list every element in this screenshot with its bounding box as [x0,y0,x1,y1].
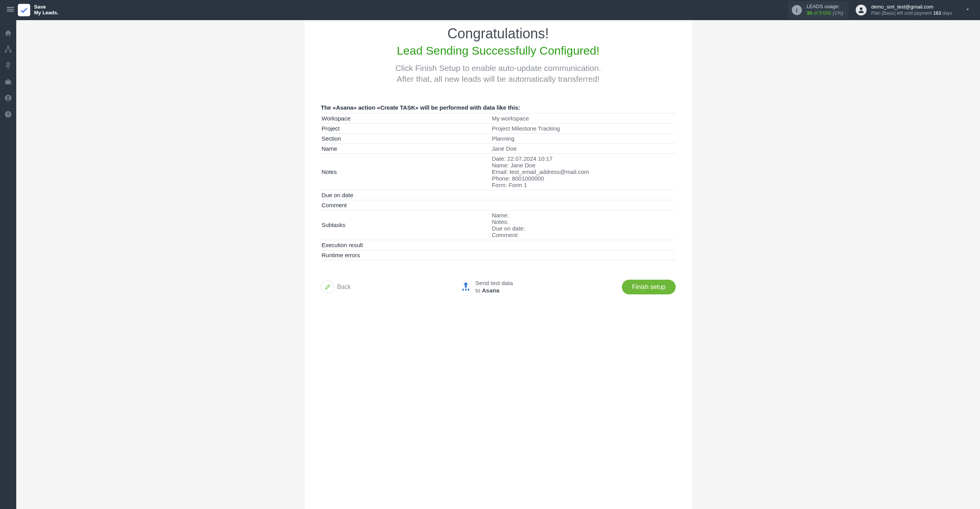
svg-rect-13 [465,289,467,291]
row-label: Workspace [321,113,491,123]
row-label: Name [321,143,491,153]
data-preview-table: WorkspaceMy workspaceProjectProject Mile… [321,113,676,260]
sidebar-briefcase[interactable] [0,77,16,86]
row-value [491,240,675,250]
back-label: Back [337,284,351,291]
leads-usage-text: LEADS usage: 30 of 5'000 (1%) [807,3,843,17]
back-button[interactable]: Back [321,280,351,294]
table-row: WorkspaceMy workspace [321,113,676,123]
table-row: NameJane Doe [321,143,676,153]
table-row: SubtasksName: Notes: Due on date: Commen… [321,210,676,240]
svg-point-9 [7,96,9,98]
sidebar-help[interactable]: ? [0,110,16,119]
svg-point-3 [860,7,863,10]
svg-rect-7 [5,81,11,84]
table-row: NotesDate: 22.07.2024 10:17 Name: Jane D… [321,153,676,190]
sidebar-billing[interactable] [0,61,16,70]
svg-rect-6 [9,51,11,52]
row-label: Comment [321,200,491,210]
congrats-heading: Congratulations! [321,26,676,42]
table-row: Comment [321,200,676,210]
logo-icon [18,4,30,16]
sidebar: ? [0,20,16,509]
finish-setup-button[interactable]: Finish setup [622,280,675,294]
row-label: Runtime errors [321,250,491,260]
row-value [491,190,675,200]
sidebar-account[interactable] [0,94,16,102]
action-description: The «Asana» action «Create TASK» will be… [321,104,676,111]
row-label: Section [321,133,491,143]
send-test-label: Send test data to Asana [475,280,513,294]
table-row: Runtime errors [321,250,676,260]
content: Congratulations! Lead Sending Successful… [16,20,980,509]
svg-rect-1 [7,9,14,9]
success-heading: Lead Sending Successfully Configured! [321,44,676,57]
sidebar-connections[interactable] [0,45,16,53]
svg-rect-5 [5,51,7,52]
row-label: Execution result [321,240,491,250]
user-info: demo_sml_test@gmail.com Plan |Basic| lef… [871,4,952,16]
row-label: Due on date [321,190,491,200]
svg-rect-0 [7,7,14,8]
svg-rect-12 [462,289,464,291]
table-row: Due on date [321,190,676,200]
logo-text: Save My Leads. [34,4,58,16]
send-test-button[interactable]: Send test data to Asana [460,280,513,294]
row-value: Jane Doe [491,143,675,153]
topbar: Save My Leads. i LEADS usage: 30 of 5'00… [0,0,980,20]
row-label: Project [321,123,491,133]
row-value: Date: 22.07.2024 10:17 Name: Jane Doe Em… [491,153,675,190]
svg-rect-14 [468,289,469,291]
content-card: Congratulations! Lead Sending Successful… [305,20,692,509]
row-label: Notes [321,153,491,190]
upload-icon [460,280,472,293]
row-label: Subtasks [321,210,491,240]
table-row: Execution result [321,240,676,250]
leads-usage-box[interactable]: i LEADS usage: 30 of 5'000 (1%) [788,1,849,19]
avatar-icon [856,5,867,15]
logo[interactable]: Save My Leads. [18,4,58,16]
row-value: Name: Notes: Due on date: Comment: [491,210,675,240]
row-value [491,200,675,210]
row-value: Planning [491,133,675,143]
table-row: SectionPlanning [321,133,676,143]
row-value [491,250,675,260]
sidebar-home[interactable] [0,29,16,37]
instruction-text: Click Finish Setup to enable auto-update… [321,63,676,85]
menu-toggle[interactable] [4,3,17,18]
info-icon: i [792,5,802,15]
row-value: My workspace [491,113,675,123]
table-row: ProjectProject Milestone Tracking [321,123,676,133]
user-menu[interactable]: demo_sml_test@gmail.com Plan |Basic| lef… [856,4,952,16]
svg-rect-4 [7,46,9,48]
chevron-down-icon[interactable] [959,6,976,14]
pencil-icon [321,280,334,294]
svg-rect-2 [7,10,14,11]
svg-text:?: ? [7,112,9,117]
action-row: Back Send test data to Asana Finish setu… [321,280,676,294]
row-value: Project Milestone Tracking [491,123,675,133]
